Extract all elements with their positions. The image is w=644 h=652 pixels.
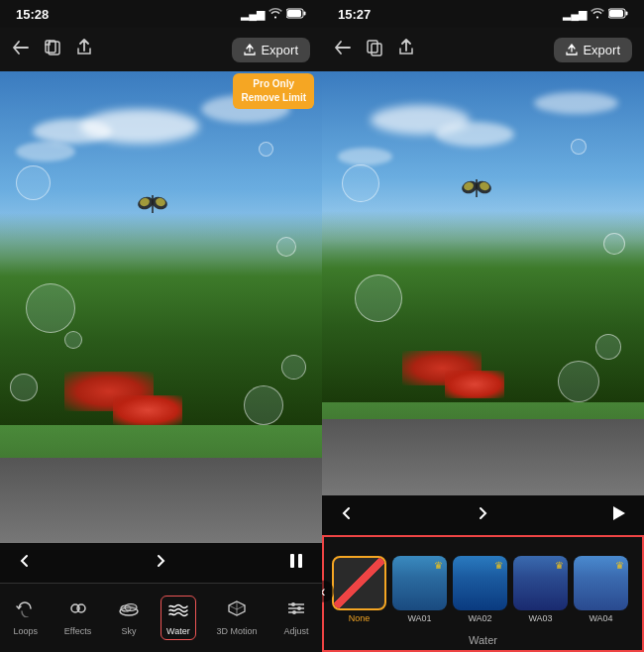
svg-rect-2 [287, 10, 301, 17]
bubble-8 [64, 331, 82, 349]
effect-wa01[interactable]: ♛ WA01 [392, 556, 447, 623]
loops-icon [16, 599, 36, 622]
effects-label: Effects [64, 626, 91, 636]
right-forward-button[interactable] [474, 504, 491, 526]
wa03-crown: ♛ [555, 560, 564, 571]
left-status-icons: ▂▄▆ [241, 8, 306, 21]
left-forward-button[interactable] [152, 552, 169, 574]
right-butterfly [462, 177, 491, 203]
cloud-2 [80, 109, 199, 144]
right-playback-controls [322, 495, 644, 535]
share-icon[interactable] [75, 39, 93, 60]
right-status-bar: 15:27 ▂▄▆ [322, 0, 644, 28]
tool-sky[interactable]: Sky [112, 596, 146, 640]
effect-none-label: None [349, 613, 371, 623]
right-time: 15:27 [338, 7, 371, 22]
effects-icon [68, 599, 88, 622]
effect-none-thumb[interactable] [332, 556, 386, 610]
tool-adjust[interactable]: Adjust [277, 596, 314, 640]
bubble-2 [276, 237, 296, 257]
effect-none[interactable]: None [332, 556, 386, 623]
left-video-area [0, 71, 322, 543]
svg-point-19 [291, 602, 295, 606]
tool-loops[interactable]: Loops [7, 596, 44, 640]
sky-icon [118, 599, 140, 622]
left-phone-panel: 15:28 ▂▄▆ [0, 0, 322, 652]
signal-icon: ▂▄▆ [241, 8, 265, 21]
left-playback-controls [0, 543, 322, 583]
svg-point-21 [297, 606, 301, 610]
ground [0, 458, 322, 543]
battery-icon [286, 8, 306, 21]
water-label: Water [166, 626, 190, 636]
right-prev-button[interactable] [338, 504, 356, 526]
left-bottom-toolbar: Loops Effects Sky [0, 583, 322, 652]
wa01-crown: ♛ [434, 560, 443, 571]
right-status-icons: ▂▄▆ [563, 8, 628, 21]
right-wifi-icon [590, 8, 604, 21]
right-back-icon[interactable] [334, 40, 352, 59]
right-bubble-1 [342, 164, 379, 202]
wa04-crown: ♛ [615, 560, 624, 571]
butterfly [138, 193, 165, 213]
svg-point-17 [125, 604, 137, 611]
bubble-4 [281, 355, 306, 380]
bubble-5 [244, 385, 283, 425]
effect-wa01-label: WA01 [407, 613, 431, 623]
3dmotion-icon [227, 599, 247, 622]
tool-3dmotion[interactable]: 3D Motion [211, 596, 264, 640]
svg-rect-11 [290, 554, 294, 568]
effect-wa02[interactable]: ♛ WA02 [453, 556, 507, 623]
right-bubble-3 [355, 274, 402, 322]
right-battery-icon [608, 8, 628, 21]
toolbar-left-icons [12, 39, 93, 60]
right-toolbar: Export [322, 28, 644, 71]
svg-rect-28 [372, 44, 381, 55]
right-cloud-4 [338, 148, 392, 165]
effect-wa04-thumb[interactable]: ♛ [574, 556, 628, 610]
svg-rect-12 [298, 554, 302, 568]
bubble-3 [26, 283, 75, 333]
3dmotion-label: 3D Motion [217, 626, 258, 636]
loops-label: Loops [13, 626, 38, 636]
effect-wa04-label: WA04 [589, 613, 612, 623]
right-bubble-6 [571, 139, 587, 155]
sky-label: Sky [122, 626, 137, 636]
pro-banner[interactable]: Pro Only Remove Limit [233, 73, 314, 109]
right-copy-icon[interactable] [366, 39, 383, 60]
water-icon [167, 599, 189, 622]
left-status-bar: 15:28 ▂▄▆ [0, 0, 322, 28]
left-toolbar: Export [0, 28, 322, 71]
adjust-label: Adjust [283, 626, 308, 636]
svg-point-23 [292, 610, 296, 614]
effect-wa02-thumb[interactable]: ♛ [453, 556, 507, 610]
svg-rect-5 [46, 41, 55, 53]
copy-icon[interactable] [44, 39, 61, 60]
wa02-crown: ♛ [494, 560, 503, 571]
water-category-label: Water [324, 634, 642, 650]
right-share-icon[interactable] [397, 39, 415, 60]
right-export-button[interactable]: Export [554, 38, 632, 62]
effect-wa04[interactable]: ♛ WA04 [574, 556, 628, 623]
svg-rect-26 [609, 10, 623, 17]
water-effects-panel: ‹ None ♛ WA01 [322, 535, 644, 652]
left-prev-button[interactable] [16, 552, 34, 574]
left-pause-button[interactable] [286, 551, 306, 576]
svg-rect-25 [626, 11, 628, 15]
effect-wa03[interactable]: ♛ WA03 [513, 556, 568, 623]
effect-wa03-thumb[interactable]: ♛ [513, 556, 568, 610]
back-icon[interactable] [12, 40, 30, 59]
right-video-area [322, 71, 644, 495]
right-play-button[interactable] [608, 503, 628, 527]
tool-effects[interactable]: Effects [58, 596, 97, 640]
effect-wa01-thumb[interactable]: ♛ [392, 556, 447, 610]
left-export-button[interactable]: Export [232, 38, 310, 62]
svg-marker-34 [613, 506, 625, 520]
effects-scroll-area[interactable]: None ♛ WA01 ♛ WA02 [324, 537, 642, 634]
right-bubble-2 [603, 233, 625, 255]
right-signal-icon: ▂▄▆ [563, 8, 587, 21]
effect-wa03-label: WA03 [528, 613, 552, 623]
adjust-icon [286, 599, 306, 622]
bubble-7 [10, 374, 38, 401]
tool-water[interactable]: Water [161, 596, 196, 640]
